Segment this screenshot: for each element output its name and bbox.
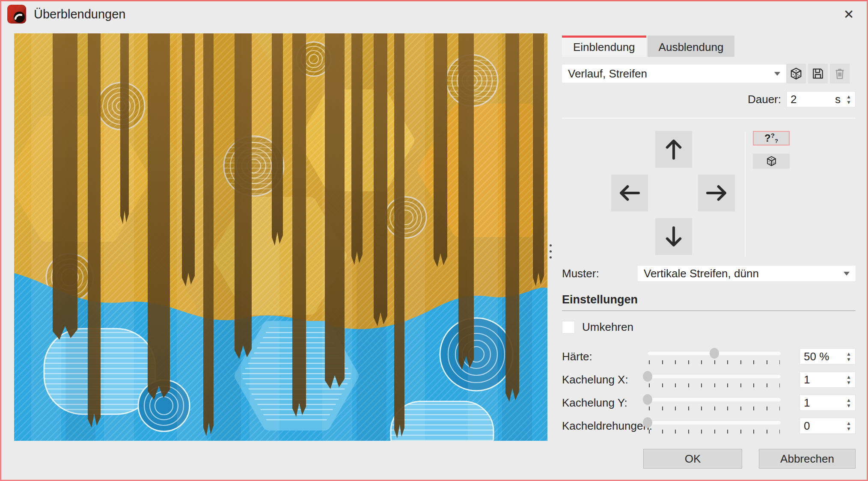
- spinner-up-icon[interactable]: ▲: [843, 95, 854, 99]
- dice-button[interactable]: [786, 64, 806, 83]
- settings-panel: Einblendung Ausblendung Verlauf, Streife…: [562, 36, 856, 437]
- slider-thumb[interactable]: [643, 394, 652, 405]
- close-button[interactable]: ✕: [840, 6, 857, 23]
- tab-einblendung-label: Einblendung: [573, 41, 635, 54]
- random-direction-button[interactable]: ? ? ?: [753, 131, 790, 145]
- tab-bar: Einblendung Ausblendung: [562, 36, 856, 57]
- duration-value: 2: [791, 93, 797, 106]
- invert-row: Umkehren: [562, 321, 856, 334]
- duration-label: Dauer:: [748, 93, 781, 106]
- separator: [745, 132, 746, 257]
- kachelung-y-slider: [648, 393, 781, 412]
- left-arrow-icon: [618, 181, 642, 205]
- haerte-spinner: ▲ ▼: [843, 349, 854, 364]
- slider-track[interactable]: [648, 374, 781, 378]
- invert-checkbox[interactable]: [562, 321, 575, 334]
- slider-thumb[interactable]: [643, 417, 652, 428]
- random-pattern-dice-button[interactable]: [753, 154, 790, 169]
- kachelung-x-slider-row: Kachelung X: 1 ▲ ▼: [562, 368, 856, 391]
- direction-down-button[interactable]: [655, 218, 692, 255]
- right-arrow-icon: [705, 181, 728, 205]
- slider-thumb[interactable]: [710, 348, 719, 359]
- window-title: Überblendungen: [34, 7, 125, 21]
- direction-up-button[interactable]: [655, 131, 692, 168]
- sliders-group: Härte: 50 % ▲ ▼ Kachelung X:: [562, 345, 856, 437]
- dice-icon: [789, 67, 803, 80]
- duration-row: Dauer: 2 s ▲ ▼: [562, 91, 856, 107]
- ok-button[interactable]: OK: [643, 449, 742, 469]
- slider-ticks: [649, 360, 780, 364]
- app-icon: [7, 5, 26, 24]
- kachelung-y-slider-row: Kachelung Y: 1 ▲ ▼: [562, 391, 856, 414]
- save-button[interactable]: [808, 64, 828, 83]
- delete-button[interactable]: [830, 64, 850, 83]
- down-arrow-icon: [662, 225, 686, 249]
- kacheldrehungen-value-input[interactable]: 0 ▲ ▼: [800, 418, 856, 434]
- chevron-down-icon: [844, 272, 850, 276]
- spinner-down-icon[interactable]: ▼: [843, 427, 854, 431]
- tab-ausblendung[interactable]: Ausblendung: [648, 36, 735, 57]
- separator: [562, 118, 856, 119]
- trash-icon: [833, 67, 847, 80]
- kachelung-y-value-input[interactable]: 1 ▲ ▼: [800, 395, 856, 411]
- duration-spinner: ▲ ▼: [843, 92, 854, 107]
- spinner-up-icon[interactable]: ▲: [843, 375, 854, 379]
- duration-unit: s: [835, 93, 841, 106]
- kacheldrehungen-slider: [648, 416, 781, 435]
- preset-row: Verlauf, Streifen: [562, 64, 856, 83]
- preset-select[interactable]: Verlauf, Streifen: [562, 65, 786, 83]
- haerte-value-input[interactable]: 50 % ▲ ▼: [800, 348, 856, 365]
- save-icon: [811, 67, 825, 80]
- kacheldrehungen-slider-row: Kacheldrehungen: 0 ▲ ▼: [562, 414, 856, 437]
- slider-track[interactable]: [648, 420, 781, 425]
- spinner-down-icon[interactable]: ▼: [843, 404, 854, 408]
- dice-icon: [766, 155, 777, 167]
- pattern-select-value: Vertikale Streifen, dünn: [644, 267, 759, 280]
- close-icon: ✕: [843, 7, 854, 22]
- kacheldrehungen-label: Kacheldrehungen:: [562, 419, 648, 433]
- spinner-up-icon[interactable]: ▲: [843, 352, 854, 356]
- kachelung-y-label: Kachelung Y:: [562, 396, 648, 410]
- title-bar: Überblendungen: [1, 1, 867, 27]
- question-icon: ?: [764, 132, 771, 144]
- kachelung-y-spinner: ▲ ▼: [843, 395, 854, 410]
- spinner-down-icon[interactable]: ▼: [843, 357, 854, 362]
- spinner-up-icon[interactable]: ▲: [843, 421, 854, 425]
- preset-select-value: Verlauf, Streifen: [568, 67, 647, 80]
- preview-image: [14, 33, 547, 441]
- haerte-slider: [648, 347, 781, 366]
- up-arrow-icon: [662, 137, 686, 161]
- slider-track[interactable]: [648, 397, 781, 401]
- cancel-button[interactable]: Abbrechen: [759, 449, 856, 469]
- pattern-select[interactable]: Vertikale Streifen, dünn: [638, 266, 856, 281]
- slider-ticks: [649, 383, 780, 387]
- kachelung-x-label: Kachelung X:: [562, 373, 648, 386]
- haerte-slider-row: Härte: 50 % ▲ ▼: [562, 345, 856, 368]
- duration-input[interactable]: 2 s ▲ ▼: [786, 91, 856, 107]
- direction-pad: ? ? ?: [562, 131, 856, 259]
- direction-left-button[interactable]: [611, 175, 648, 211]
- slider-ticks: [649, 430, 780, 433]
- spinner-down-icon[interactable]: ▼: [843, 380, 854, 385]
- kachelung-x-value-input[interactable]: 1 ▲ ▼: [800, 371, 856, 388]
- slider-thumb[interactable]: [643, 371, 652, 382]
- haerte-label: Härte:: [562, 350, 648, 363]
- slider-ticks: [649, 407, 780, 410]
- invert-label: Umkehren: [582, 321, 633, 334]
- panel-splitter-handle[interactable]: [550, 244, 552, 258]
- spinner-down-icon[interactable]: ▼: [843, 100, 854, 104]
- transitions-dialog: Überblendungen ✕: [0, 0, 868, 481]
- tab-ausblendung-label: Ausblendung: [659, 41, 724, 54]
- tab-einblendung[interactable]: Einblendung: [562, 36, 646, 57]
- pattern-label: Muster:: [562, 267, 638, 280]
- kachelung-x-slider: [648, 370, 781, 389]
- kacheldrehungen-spinner: ▲ ▼: [843, 419, 854, 433]
- spinner-up-icon[interactable]: ▲: [843, 398, 854, 402]
- settings-heading: Einstellungen: [562, 293, 856, 311]
- kachelung-x-spinner: ▲ ▼: [843, 372, 854, 387]
- chevron-down-icon: [774, 72, 780, 76]
- pattern-row: Muster: Vertikale Streifen, dünn: [562, 266, 856, 281]
- direction-right-button[interactable]: [698, 175, 735, 211]
